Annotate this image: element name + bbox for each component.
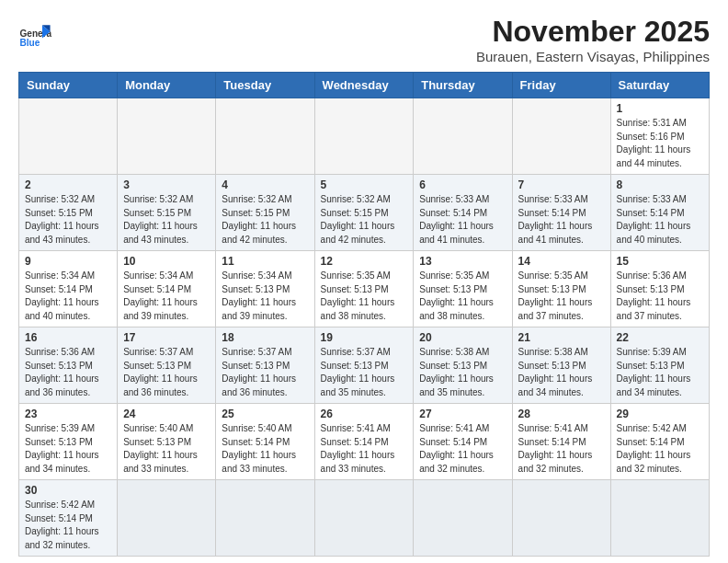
day-info: Sunrise: 5:36 AM Sunset: 5:13 PM Dayligh…: [617, 270, 703, 323]
day-number: 6: [419, 178, 506, 191]
day-number: 3: [123, 178, 210, 191]
day-info: Sunrise: 5:33 AM Sunset: 5:14 PM Dayligh…: [617, 193, 703, 247]
day-number: 29: [617, 408, 703, 420]
page-header: General Blue November 2025 Burauen, East…: [18, 15, 710, 64]
table-row: 1Sunrise: 5:31 AM Sunset: 5:16 PM Daylig…: [610, 98, 709, 175]
day-number: 22: [617, 331, 703, 344]
day-info: Sunrise: 5:32 AM Sunset: 5:15 PM Dayligh…: [321, 193, 408, 247]
day-info: Sunrise: 5:36 AM Sunset: 5:13 PM Dayligh…: [25, 346, 111, 399]
calendar-table: Sunday Monday Tuesday Wednesday Thursday…: [18, 72, 710, 557]
calendar-header-row: Sunday Monday Tuesday Wednesday Thursday…: [19, 73, 710, 98]
table-row: [314, 480, 414, 557]
table-row: 16Sunrise: 5:36 AM Sunset: 5:13 PM Dayli…: [19, 327, 118, 404]
table-row: 9Sunrise: 5:34 AM Sunset: 5:14 PM Daylig…: [19, 251, 118, 327]
table-row: 25Sunrise: 5:40 AM Sunset: 5:14 PM Dayli…: [216, 404, 314, 480]
logo-icon: General Blue: [18, 18, 51, 52]
day-number: 15: [617, 255, 703, 268]
day-info: Sunrise: 5:38 AM Sunset: 5:13 PM Dayligh…: [419, 346, 506, 399]
day-number: 13: [419, 255, 506, 268]
day-number: 17: [123, 331, 210, 344]
table-row: 20Sunrise: 5:38 AM Sunset: 5:13 PM Dayli…: [414, 327, 512, 404]
col-saturday: Saturday: [610, 73, 709, 98]
calendar-week-row: 1Sunrise: 5:31 AM Sunset: 5:16 PM Daylig…: [19, 98, 710, 175]
table-row: 15Sunrise: 5:36 AM Sunset: 5:13 PM Dayli…: [610, 251, 709, 327]
day-info: Sunrise: 5:35 AM Sunset: 5:13 PM Dayligh…: [419, 270, 506, 323]
day-info: Sunrise: 5:35 AM Sunset: 5:13 PM Dayligh…: [321, 270, 408, 323]
col-monday: Monday: [118, 73, 216, 98]
table-row: [512, 98, 610, 175]
day-info: Sunrise: 5:41 AM Sunset: 5:14 PM Dayligh…: [518, 422, 605, 476]
day-info: Sunrise: 5:41 AM Sunset: 5:14 PM Dayligh…: [419, 422, 506, 476]
table-row: 30Sunrise: 5:42 AM Sunset: 5:14 PM Dayli…: [19, 480, 118, 557]
table-row: 22Sunrise: 5:39 AM Sunset: 5:13 PM Dayli…: [610, 327, 709, 404]
table-row: [19, 98, 118, 175]
table-row: 12Sunrise: 5:35 AM Sunset: 5:13 PM Dayli…: [314, 251, 414, 327]
table-row: [118, 480, 216, 557]
day-info: Sunrise: 5:38 AM Sunset: 5:13 PM Dayligh…: [518, 346, 605, 399]
table-row: 29Sunrise: 5:42 AM Sunset: 5:14 PM Dayli…: [610, 404, 709, 480]
day-number: 5: [321, 178, 408, 191]
day-info: Sunrise: 5:34 AM Sunset: 5:13 PM Dayligh…: [222, 270, 308, 323]
day-number: 9: [25, 255, 111, 268]
day-number: 7: [518, 178, 605, 191]
day-number: 27: [419, 408, 506, 420]
table-row: 5Sunrise: 5:32 AM Sunset: 5:15 PM Daylig…: [314, 175, 414, 251]
table-row: 27Sunrise: 5:41 AM Sunset: 5:14 PM Dayli…: [414, 404, 512, 480]
day-info: Sunrise: 5:40 AM Sunset: 5:14 PM Dayligh…: [222, 422, 308, 476]
calendar-week-row: 9Sunrise: 5:34 AM Sunset: 5:14 PM Daylig…: [19, 251, 710, 327]
day-number: 16: [25, 331, 111, 344]
day-info: Sunrise: 5:33 AM Sunset: 5:14 PM Dayligh…: [518, 193, 605, 247]
table-row: 7Sunrise: 5:33 AM Sunset: 5:14 PM Daylig…: [512, 175, 610, 251]
day-info: Sunrise: 5:42 AM Sunset: 5:14 PM Dayligh…: [617, 422, 703, 476]
day-info: Sunrise: 5:39 AM Sunset: 5:13 PM Dayligh…: [617, 346, 703, 399]
col-tuesday: Tuesday: [216, 73, 314, 98]
col-friday: Friday: [512, 73, 610, 98]
table-row: 10Sunrise: 5:34 AM Sunset: 5:14 PM Dayli…: [118, 251, 216, 327]
day-number: 26: [321, 408, 408, 420]
table-row: 21Sunrise: 5:38 AM Sunset: 5:13 PM Dayli…: [512, 327, 610, 404]
day-number: 18: [222, 331, 308, 344]
day-number: 28: [518, 408, 605, 420]
table-row: 18Sunrise: 5:37 AM Sunset: 5:13 PM Dayli…: [216, 327, 314, 404]
day-number: 30: [25, 484, 111, 497]
day-number: 14: [518, 255, 605, 268]
day-number: 10: [123, 255, 210, 268]
page-subtitle: Burauen, Eastern Visayas, Philippines: [476, 49, 710, 64]
day-info: Sunrise: 5:40 AM Sunset: 5:13 PM Dayligh…: [123, 422, 210, 476]
table-row: 3Sunrise: 5:32 AM Sunset: 5:15 PM Daylig…: [118, 175, 216, 251]
day-number: 20: [419, 331, 506, 344]
col-wednesday: Wednesday: [314, 73, 414, 98]
table-row: 26Sunrise: 5:41 AM Sunset: 5:14 PM Dayli…: [314, 404, 414, 480]
table-row: 17Sunrise: 5:37 AM Sunset: 5:13 PM Dayli…: [118, 327, 216, 404]
day-number: 19: [321, 331, 408, 344]
day-number: 12: [321, 255, 408, 268]
day-info: Sunrise: 5:42 AM Sunset: 5:14 PM Dayligh…: [25, 499, 111, 552]
day-info: Sunrise: 5:41 AM Sunset: 5:14 PM Dayligh…: [321, 422, 408, 476]
day-info: Sunrise: 5:35 AM Sunset: 5:13 PM Dayligh…: [518, 270, 605, 323]
title-block: November 2025 Burauen, Eastern Visayas, …: [476, 15, 710, 64]
calendar-week-row: 16Sunrise: 5:36 AM Sunset: 5:13 PM Dayli…: [19, 327, 710, 404]
day-info: Sunrise: 5:32 AM Sunset: 5:15 PM Dayligh…: [222, 193, 308, 247]
day-info: Sunrise: 5:33 AM Sunset: 5:14 PM Dayligh…: [419, 193, 506, 247]
day-number: 24: [123, 408, 210, 420]
table-row: [610, 480, 709, 557]
day-number: 8: [617, 178, 703, 191]
calendar-week-row: 2Sunrise: 5:32 AM Sunset: 5:15 PM Daylig…: [19, 175, 710, 251]
table-row: 8Sunrise: 5:33 AM Sunset: 5:14 PM Daylig…: [610, 175, 709, 251]
day-number: 1: [617, 102, 703, 115]
table-row: [414, 480, 512, 557]
day-number: 4: [222, 178, 308, 191]
day-number: 25: [222, 408, 308, 420]
col-thursday: Thursday: [414, 73, 512, 98]
day-info: Sunrise: 5:31 AM Sunset: 5:16 PM Dayligh…: [617, 117, 703, 170]
svg-text:Blue: Blue: [19, 38, 40, 48]
col-sunday: Sunday: [19, 73, 118, 98]
day-number: 21: [518, 331, 605, 344]
table-row: [512, 480, 610, 557]
table-row: [314, 98, 414, 175]
table-row: 24Sunrise: 5:40 AM Sunset: 5:13 PM Dayli…: [118, 404, 216, 480]
table-row: 11Sunrise: 5:34 AM Sunset: 5:13 PM Dayli…: [216, 251, 314, 327]
table-row: 19Sunrise: 5:37 AM Sunset: 5:13 PM Dayli…: [314, 327, 414, 404]
table-row: [216, 480, 314, 557]
table-row: 14Sunrise: 5:35 AM Sunset: 5:13 PM Dayli…: [512, 251, 610, 327]
